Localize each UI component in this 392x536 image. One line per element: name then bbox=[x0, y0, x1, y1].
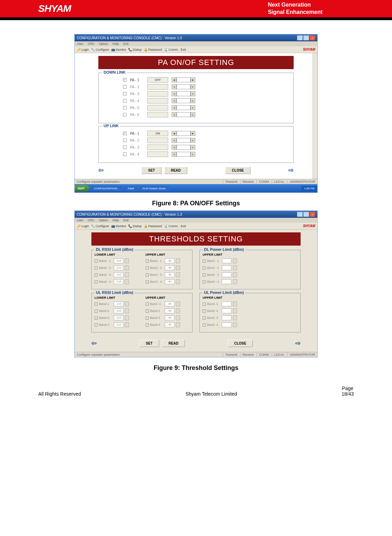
menu-user[interactable]: User bbox=[77, 42, 83, 46]
checkbox-icon[interactable] bbox=[146, 303, 149, 306]
threshold-value-field[interactable]: -110 bbox=[114, 272, 123, 277]
spinner-icon[interactable] bbox=[176, 302, 180, 306]
slider-track[interactable] bbox=[177, 98, 190, 103]
pa-status-field[interactable]: ON bbox=[147, 131, 168, 136]
start-button[interactable]: start bbox=[75, 185, 89, 191]
close-button[interactable]: CLOSE bbox=[228, 340, 253, 347]
checkbox-icon[interactable] bbox=[123, 99, 126, 102]
checkbox-icon[interactable] bbox=[146, 323, 149, 327]
set-button[interactable]: SET bbox=[139, 340, 159, 347]
spinner-icon[interactable] bbox=[125, 258, 129, 263]
spinner-icon[interactable] bbox=[125, 302, 129, 306]
checkbox-icon[interactable] bbox=[123, 106, 126, 109]
checkbox-icon[interactable] bbox=[146, 316, 149, 320]
pa-slider[interactable]: ◄ ► bbox=[172, 131, 195, 136]
spinner-icon[interactable] bbox=[125, 315, 129, 320]
checkbox-icon[interactable] bbox=[203, 273, 206, 277]
menu-option[interactable]: Option bbox=[99, 218, 108, 222]
slider-left-icon[interactable]: ◄ bbox=[172, 112, 177, 117]
slider-left-icon[interactable]: ◄ bbox=[172, 131, 177, 136]
slider-right-icon[interactable]: ► bbox=[190, 138, 195, 143]
spinner-icon[interactable] bbox=[176, 272, 180, 277]
checkbox-icon[interactable] bbox=[95, 303, 98, 306]
slider-track[interactable] bbox=[177, 131, 190, 136]
pa-slider[interactable]: ◄ ► bbox=[172, 77, 195, 82]
menu-crc[interactable]: CRC bbox=[88, 218, 95, 222]
slider-track[interactable] bbox=[177, 138, 190, 143]
spinner-icon[interactable] bbox=[125, 272, 129, 277]
threshold-value-field[interactable] bbox=[222, 258, 231, 263]
toolbar-login[interactable]: 🔑 Login bbox=[77, 224, 89, 228]
system-tray[interactable]: 1:05 PM bbox=[301, 186, 317, 191]
threshold-value-field[interactable]: -110 bbox=[114, 265, 123, 270]
checkbox-icon[interactable] bbox=[146, 259, 149, 263]
menu-help[interactable]: Help bbox=[113, 218, 119, 222]
pa-slider[interactable]: ◄ ► bbox=[172, 105, 195, 110]
pa-slider[interactable]: ◄ ► bbox=[172, 145, 195, 150]
read-button[interactable]: READ bbox=[164, 167, 187, 174]
threshold-value-field[interactable] bbox=[222, 265, 231, 270]
spinner-icon[interactable] bbox=[233, 308, 237, 313]
close-icon[interactable]: × bbox=[310, 212, 315, 217]
menu-user[interactable]: User bbox=[77, 218, 83, 222]
checkbox-icon[interactable] bbox=[203, 310, 206, 313]
slider-right-icon[interactable]: ► bbox=[190, 131, 195, 136]
minimize-icon[interactable]: _ bbox=[297, 212, 303, 217]
slider-left-icon[interactable]: ◄ bbox=[172, 98, 177, 103]
spinner-icon[interactable] bbox=[233, 272, 237, 277]
pa-status-field[interactable] bbox=[147, 112, 168, 117]
slider-track[interactable] bbox=[177, 145, 190, 150]
maximize-icon[interactable]: □ bbox=[303, 212, 309, 217]
toolbar-exit[interactable]: Exit bbox=[181, 48, 186, 51]
threshold-value-field[interactable] bbox=[222, 302, 231, 306]
spinner-icon[interactable] bbox=[233, 265, 237, 270]
threshold-value-field[interactable] bbox=[222, 315, 231, 320]
menu-exit[interactable]: Exit bbox=[123, 42, 129, 46]
slider-left-icon[interactable]: ◄ bbox=[172, 138, 177, 143]
spinner-icon[interactable] bbox=[125, 265, 129, 270]
menu-crc[interactable]: CRC bbox=[88, 42, 95, 46]
checkbox-icon[interactable] bbox=[95, 316, 98, 320]
pa-status-field[interactable] bbox=[147, 138, 168, 143]
toolbar-comm[interactable]: 📡 Comm. bbox=[164, 224, 179, 228]
spinner-icon[interactable] bbox=[176, 315, 180, 320]
checkbox-icon[interactable] bbox=[146, 310, 149, 313]
slider-left-icon[interactable]: ◄ bbox=[172, 84, 177, 89]
pa-slider[interactable]: ◄ ► bbox=[172, 98, 195, 103]
prev-arrow-icon[interactable]: ⇦ bbox=[98, 166, 104, 174]
checkbox-icon[interactable] bbox=[203, 316, 206, 320]
scrollbar[interactable] bbox=[312, 53, 317, 179]
checkbox-icon[interactable] bbox=[95, 280, 98, 283]
threshold-value-field[interactable]: -40 bbox=[165, 272, 174, 277]
threshold-value-field[interactable] bbox=[222, 322, 231, 327]
toolbar-dialup[interactable]: 📞 Dialup bbox=[128, 48, 142, 51]
checkbox-icon[interactable] bbox=[123, 132, 126, 135]
slider-right-icon[interactable]: ► bbox=[190, 152, 195, 157]
checkbox-icon[interactable] bbox=[203, 280, 206, 283]
close-button[interactable]: CLOSE bbox=[225, 167, 250, 174]
prev-arrow-icon[interactable]: ⇦ bbox=[91, 339, 97, 347]
toolbar-password[interactable]: 🔒 Password bbox=[144, 48, 162, 51]
checkbox-icon[interactable] bbox=[123, 92, 126, 96]
spinner-icon[interactable] bbox=[125, 322, 129, 327]
checkbox-icon[interactable] bbox=[123, 113, 126, 116]
checkbox-icon[interactable] bbox=[203, 259, 206, 263]
slider-left-icon[interactable]: ◄ bbox=[172, 152, 177, 157]
slider-left-icon[interactable]: ◄ bbox=[172, 77, 177, 82]
pa-status-field[interactable] bbox=[147, 98, 168, 104]
toolbar-monitor[interactable]: 📺 Monitor bbox=[111, 224, 126, 228]
pa-slider[interactable]: ◄ ► bbox=[172, 91, 195, 96]
checkbox-icon[interactable] bbox=[123, 139, 126, 142]
set-button[interactable]: SET bbox=[141, 167, 161, 174]
menu-exit[interactable]: Exit bbox=[123, 218, 129, 222]
toolbar-configure[interactable]: 🔧 Configure bbox=[91, 224, 109, 228]
menu-help[interactable]: Help bbox=[113, 42, 119, 46]
checkbox-icon[interactable] bbox=[203, 266, 206, 270]
threshold-value-field[interactable]: -110 bbox=[114, 302, 123, 306]
threshold-value-field[interactable] bbox=[222, 308, 231, 313]
slider-track[interactable] bbox=[177, 152, 190, 157]
spinner-icon[interactable] bbox=[233, 279, 237, 284]
slider-right-icon[interactable]: ► bbox=[190, 105, 195, 110]
threshold-value-field[interactable]: -40 bbox=[165, 315, 174, 320]
pa-status-field[interactable]: OFF bbox=[147, 77, 168, 83]
